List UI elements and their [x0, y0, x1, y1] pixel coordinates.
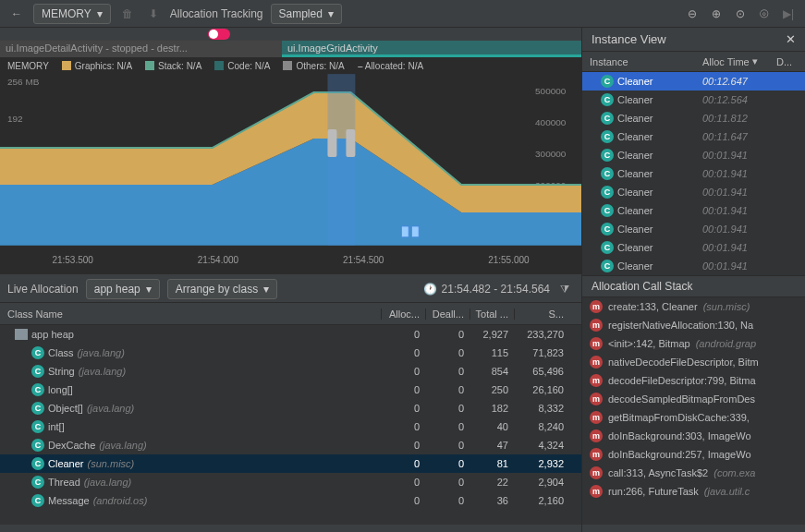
class-name: long[] [48, 384, 73, 395]
alloc-time: 00:01.941 [702, 242, 786, 253]
class-icon: C [31, 439, 44, 452]
table-row[interactable]: CObject[] (java.lang)001828,332 [0, 399, 581, 417]
alloc-time: 00:01.941 [702, 205, 786, 216]
svg-text:256 MB: 256 MB [7, 77, 40, 87]
package-name: (java.lang) [79, 366, 126, 377]
stack-frame[interactable]: mnativeDecodeFileDescriptor, Bitm [582, 353, 805, 371]
instance-name: Cleaner [617, 187, 653, 198]
col-class-name[interactable]: Class Name [0, 308, 381, 320]
filter-icon[interactable]: ⧩ [555, 280, 574, 298]
stack-frame[interactable]: mrun:266, FutureTask (java.util.c [582, 482, 805, 501]
instance-row[interactable]: CCleaner00:12.647 [582, 72, 805, 91]
table-row[interactable]: CClass (java.lang)0011571,823 [0, 344, 581, 362]
instance-name: Cleaner [617, 94, 653, 105]
instance-row[interactable]: CCleaner00:01.941 [582, 257, 805, 275]
swatch-stack [145, 61, 154, 70]
chevron-down-icon: ▾ [263, 283, 269, 296]
close-icon[interactable]: ✕ [786, 32, 796, 46]
back-button[interactable]: ← [7, 5, 26, 23]
package-name: (com.exa [714, 467, 755, 478]
col-dealloc[interactable]: Deall... [425, 308, 470, 320]
dump-icon[interactable]: ⬇ [144, 5, 163, 23]
package-name: (sun.misc) [703, 301, 750, 312]
svg-rect-10 [327, 129, 336, 157]
zoom-out-icon[interactable]: ⊖ [683, 5, 701, 23]
class-name: DexCache [48, 440, 95, 451]
package-name: (android.os) [93, 495, 148, 506]
stack-frame[interactable]: m<init>:142, Bitmap (android.grap [582, 334, 805, 353]
zoom-in-icon[interactable]: ⊕ [707, 5, 726, 23]
method-name: decodeSampledBitmapFromDes [608, 393, 755, 405]
table-row[interactable]: CThread (java.lang)00222,904 [0, 473, 581, 491]
class-table-body[interactable]: app heap002,927233,270CClass (java.lang)… [0, 325, 581, 525]
zoom-reset-icon[interactable]: ⊙ [731, 5, 750, 23]
table-row[interactable]: Cint[]00408,240 [0, 417, 581, 436]
trash-icon[interactable]: 🗑 [118, 5, 137, 23]
instance-name: Cleaner [617, 205, 653, 216]
legend-memory: MEMORY [7, 61, 49, 71]
class-icon: C [601, 204, 614, 217]
table-row[interactable]: Clong[]0025026,160 [0, 381, 581, 399]
method-name: run:266, FutureTask [608, 486, 699, 497]
class-icon: C [601, 167, 614, 180]
swatch-others [283, 61, 292, 70]
chevron-down-icon: ▾ [97, 7, 103, 20]
h-scrollbar[interactable] [582, 525, 805, 532]
time-range-value: 21:54.482 - 21:54.564 [442, 283, 550, 296]
toggle-pill[interactable] [208, 29, 230, 40]
table-row[interactable]: CString (java.lang)0085465,496 [0, 362, 581, 381]
class-icon: C [601, 93, 614, 106]
instance-row[interactable]: CCleaner00:12.564 [582, 91, 805, 109]
arrange-dropdown[interactable]: Arrange by class▾ [167, 279, 277, 299]
table-row[interactable]: CMessage (android.os)00362,160 [0, 491, 581, 510]
tracking-mode-dropdown[interactable]: Sampled ▾ [271, 4, 342, 24]
table-row[interactable]: CDexCache (java.lang)00474,324 [0, 436, 581, 454]
instance-row[interactable]: CCleaner00:11.647 [582, 127, 805, 146]
instance-name: Cleaner [617, 224, 653, 235]
instance-row[interactable]: CCleaner00:01.941 [582, 238, 805, 257]
col-instance[interactable]: Instance [582, 56, 702, 67]
col-d[interactable]: D... [776, 56, 805, 67]
instance-row[interactable]: CCleaner00:01.941 [582, 164, 805, 183]
col-shallow[interactable]: S... [514, 308, 569, 320]
heap-dropdown[interactable]: app heap▾ [86, 279, 160, 299]
instance-table-body[interactable]: CCleaner00:12.647CCleaner00:12.564CClean… [582, 72, 805, 275]
stack-frame[interactable]: mgetBitmapFromDiskCache:339, [582, 408, 805, 427]
method-name: registerNativeAllocation:130, Na [608, 320, 753, 331]
instance-name: Cleaner [617, 260, 653, 272]
col-total[interactable]: Total ... [470, 308, 514, 320]
stack-frame[interactable]: mdecodeFileDescriptor:799, Bitma [582, 371, 805, 390]
memory-dropdown[interactable]: MEMORY ▾ [33, 4, 111, 24]
memory-chart[interactable]: ui.ImageDetailActivity - stopped - destr… [0, 28, 581, 275]
h-scrollbar[interactable] [0, 525, 581, 532]
class-icon: C [31, 365, 44, 378]
stack-frame[interactable]: mcall:313, AsyncTask$2 (com.exa [582, 464, 805, 482]
stack-frame[interactable]: mregisterNativeAllocation:130, Na [582, 316, 805, 334]
instance-row[interactable]: CCleaner00:01.941 [582, 183, 805, 201]
instance-name: Cleaner [617, 113, 653, 124]
call-stack-body[interactable]: mcreate:133, Cleaner (sun.misc)mregister… [582, 297, 805, 525]
method-name: create:133, Cleaner [608, 301, 698, 312]
table-row[interactable]: app heap002,927233,270 [0, 325, 581, 344]
class-icon: C [31, 383, 44, 396]
instance-row[interactable]: CCleaner00:01.941 [582, 220, 805, 238]
tracking-label: Allocation Tracking [170, 7, 263, 20]
svg-text:192: 192 [7, 114, 23, 124]
stack-frame[interactable]: mcreate:133, Cleaner (sun.misc) [582, 297, 805, 316]
instance-row[interactable]: CCleaner00:11.812 [582, 109, 805, 127]
class-name: String [48, 366, 75, 377]
goto-live-icon[interactable]: ▶| [779, 5, 798, 23]
stack-frame[interactable]: mdecodeSampledBitmapFromDes [582, 390, 805, 408]
stack-frame[interactable]: mdoInBackground:303, ImageWo [582, 427, 805, 445]
instance-row[interactable]: CCleaner00:01.941 [582, 201, 805, 220]
instance-row[interactable]: CCleaner00:01.941 [582, 146, 805, 164]
col-alloc[interactable]: Alloc... [381, 308, 425, 320]
col-alloc-time[interactable]: Alloc Time▾ [702, 55, 776, 67]
swatch-graphics [62, 61, 71, 70]
class-icon: C [601, 149, 614, 162]
package-name: (sun.misc) [88, 458, 135, 469]
table-row[interactable]: CCleaner (sun.misc)00812,932 [0, 454, 581, 473]
zoom-selection-icon[interactable]: ⦾ [755, 5, 774, 23]
stack-frame[interactable]: mdoInBackground:257, ImageWo [582, 445, 805, 464]
svg-text:400000: 400000 [535, 117, 567, 127]
